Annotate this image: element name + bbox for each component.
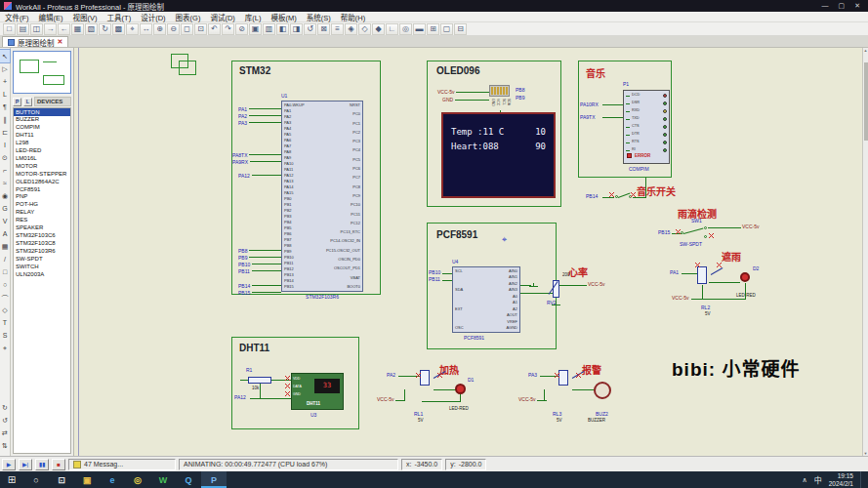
rotate-cw-icon[interactable]: ↻ [0,401,10,414]
device-list-item[interactable]: SWITCH [14,263,70,270]
menu-item[interactable]: 视图(V) [68,12,103,22]
device-list-item[interactable]: RELAY [14,209,70,217]
circle-2d-tool-icon[interactable]: ○ [0,278,10,291]
pause-button[interactable]: ▮▮ [35,459,49,470]
device-list-item[interactable]: STM32F103C8 [14,239,70,247]
current-probe-tool-icon[interactable]: A [0,227,10,240]
message-log[interactable]: 47 Messag... [68,459,176,470]
zoom-in-icon[interactable]: ⊕ [153,23,166,35]
new-sheet-icon[interactable]: ▢ [440,23,453,35]
vertical-scrollbar[interactable]: ▲ ▼ [862,48,868,456]
task-view-icon[interactable]: ⊡ [49,471,74,488]
edge-browser-icon[interactable]: e [100,471,125,488]
zoom-area-icon[interactable]: ⊡ [194,23,207,35]
menu-item[interactable]: 图表(G) [171,12,206,22]
block-rotate-icon[interactable]: ↺ [304,23,316,35]
device-list-item[interactable]: MOTOR-STEPPER [14,170,70,178]
search-tag-icon[interactable]: ◎ [399,23,412,35]
open-file-icon[interactable]: ▤ [17,23,29,35]
zoom-out-icon[interactable]: ⊖ [167,23,180,35]
device-list-item[interactable]: BUZZER [14,116,70,124]
tape-recorder-tool-icon[interactable]: ◉ [0,189,10,202]
oled-display[interactable]: Temp :11 C10 Heart:08890 [441,112,556,198]
rl2-relay[interactable] [697,266,707,284]
device-list-item[interactable]: STM32F103C6 [14,232,70,240]
junction-tool-icon[interactable]: + [0,75,10,88]
menu-item[interactable]: 文件(F) [0,12,34,22]
bus-tool-icon[interactable]: ∥ [0,113,10,126]
remove-sheet-icon[interactable]: ⊟ [454,23,467,35]
d1-led[interactable] [455,384,466,394]
device-list-item[interactable]: SPEAKER [14,224,70,232]
device-list-item[interactable]: OLED12864A2C [14,178,70,185]
undo-icon[interactable]: ↶ [208,23,221,35]
menu-item[interactable]: 调试(D) [205,12,239,22]
device-list-item[interactable]: RES [14,217,70,224]
design-explorer-icon[interactable]: ⊞ [427,23,439,35]
redraw-icon[interactable]: ↻ [99,23,111,35]
mark-region-icon[interactable]: ▧ [85,23,98,35]
file-explorer-icon[interactable]: ▣ [74,471,100,488]
make-device-icon[interactable]: ◈ [345,23,357,35]
zoom-all-icon[interactable]: ◻ [181,23,193,35]
close-button[interactable]: ✕ [854,2,860,10]
voltage-probe-tool-icon[interactable]: V [0,215,10,227]
paste-icon[interactable]: ▥ [263,23,275,35]
menu-item[interactable]: 编辑(E) [34,12,68,22]
device-list-item[interactable]: SW-SPDT [14,255,70,263]
device-list-item[interactable]: PCF8591 [14,185,70,193]
show-desktop-button[interactable] [860,471,863,488]
arc-2d-tool-icon[interactable]: ⌒ [0,291,10,304]
cut-icon[interactable]: ⊘ [235,23,248,35]
schematic-overview[interactable] [13,51,71,94]
search-icon[interactable]: ○ [23,471,49,488]
device-list-item[interactable]: COMPIM [14,124,70,132]
device-list-item[interactable]: POT-HG [14,201,70,209]
selection-tool-icon[interactable]: ↖ [0,50,10,62]
block-copy-icon[interactable]: ◧ [276,23,289,35]
wire-label-tool-icon[interactable]: L [0,88,10,101]
stop-button[interactable]: ■ [52,459,65,470]
schematic-canvas[interactable]: ⌖ STM32 U1 PA0-WKUPPA1PA2PA3PA4PA5PA6PA7… [74,48,862,456]
packaging-icon[interactable]: ◇ [358,23,371,35]
component-tool-icon[interactable]: ▷ [0,62,10,75]
d2-led[interactable] [740,272,750,282]
copy-icon[interactable]: ▣ [249,23,262,35]
mirror-y-icon[interactable]: ⇅ [0,439,10,452]
taskbar-clock[interactable]: 19:15 2024/2/1 [829,472,853,488]
wechat-icon[interactable]: W [150,471,176,488]
menu-item[interactable]: 帮助(H) [336,12,370,22]
pick-device-button[interactable]: P [13,98,21,106]
oled-pin-header[interactable] [489,85,510,97]
device-list-item[interactable]: BUTTON [14,108,70,116]
maximize-button[interactable]: ▢ [839,2,846,10]
rl3-relay[interactable] [558,370,568,386]
menu-item[interactable]: 库(L) [240,12,267,22]
buz2-buzzer[interactable] [594,382,611,399]
pcf-chip[interactable]: SCLSDAEXTOSC AIN0AIN1AIN2AIN3A0A1A2AOUTV… [452,266,520,333]
graph-tool-icon[interactable]: ≈ [0,177,10,189]
generator-tool-icon[interactable]: G [0,202,10,215]
grid-icon[interactable]: ▩ [112,23,125,35]
device-list-item[interactable]: LED-RED [14,147,70,155]
device-list-item[interactable]: PNP [14,193,70,201]
text-2d-tool-icon[interactable]: T [0,316,10,329]
subcircuit-tool-icon[interactable]: ⊏ [0,126,10,139]
menu-item[interactable]: 系统(S) [302,12,336,22]
rotate-ccw-icon[interactable]: ↺ [0,414,10,427]
device-list-item[interactable]: STM32F103R6 [14,247,70,255]
device-list-item[interactable]: LM016L [14,154,70,162]
pan-icon[interactable]: ↔ [140,23,152,35]
autorouter-icon[interactable]: ∟ [386,23,398,35]
play-button[interactable]: ▶ [2,459,16,470]
device-pin-tool-icon[interactable]: ⌐ [0,164,10,177]
switch-lever[interactable] [683,228,704,234]
tray-chevron-icon[interactable]: ∧ [803,476,807,484]
decompose-icon[interactable]: ◆ [372,23,385,35]
r1-resistor[interactable] [248,377,271,384]
rl1-relay[interactable] [420,370,430,386]
save-file-icon[interactable]: ◫ [30,23,43,35]
step-button[interactable]: ▶| [19,459,32,470]
new-file-icon[interactable]: □ [3,23,16,35]
tab-schematic[interactable]: 原理图绘制 ✕ [2,36,68,47]
